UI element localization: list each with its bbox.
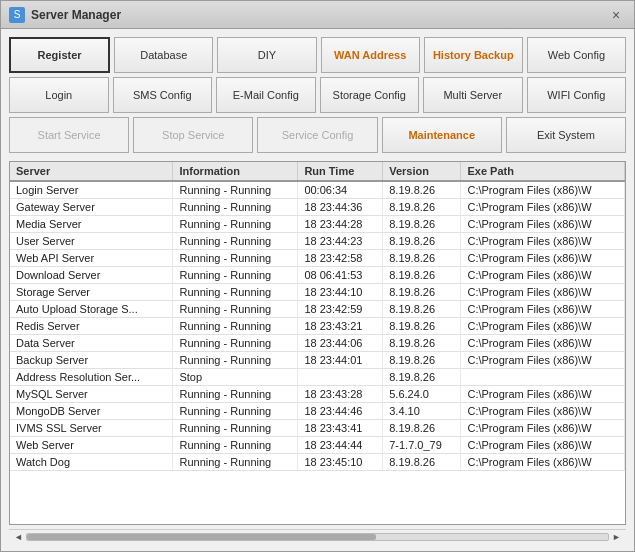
cell-server: Web Server	[10, 437, 173, 454]
table-row[interactable]: Backup ServerRunning - Running18 23:44:0…	[10, 352, 625, 369]
table-row[interactable]: Watch DogRunning - Running18 23:45:108.1…	[10, 454, 625, 471]
service-config-button[interactable]: Service Config	[257, 117, 377, 153]
cell-path: C:\Program Files (x86)\W	[461, 250, 625, 267]
sms-config-button[interactable]: SMS Config	[113, 77, 213, 113]
cell-runtime: 18 23:45:10	[298, 454, 383, 471]
cell-info: Running - Running	[173, 199, 298, 216]
column-header-run-time: Run Time	[298, 162, 383, 181]
table-row[interactable]: IVMS SSL ServerRunning - Running18 23:43…	[10, 420, 625, 437]
cell-info: Stop	[173, 369, 298, 386]
cell-server: Login Server	[10, 181, 173, 199]
cell-runtime: 08 06:41:53	[298, 267, 383, 284]
cell-version: 8.19.8.26	[383, 454, 461, 471]
cell-path: C:\Program Files (x86)\W	[461, 267, 625, 284]
scrollbar-track[interactable]	[26, 533, 609, 541]
column-header-information: Information	[173, 162, 298, 181]
history-backup-button[interactable]: History Backup	[424, 37, 523, 73]
storage-config-button[interactable]: Storage Config	[320, 77, 420, 113]
cell-server: Backup Server	[10, 352, 173, 369]
database-button[interactable]: Database	[114, 37, 213, 73]
cell-version: 8.19.8.26	[383, 420, 461, 437]
cell-info: Running - Running	[173, 352, 298, 369]
cell-version: 8.19.8.26	[383, 181, 461, 199]
window-title: Server Manager	[31, 8, 606, 22]
table-row[interactable]: Storage ServerRunning - Running18 23:44:…	[10, 284, 625, 301]
cell-version: 8.19.8.26	[383, 284, 461, 301]
table-row[interactable]: MySQL ServerRunning - Running18 23:43:28…	[10, 386, 625, 403]
cell-info: Running - Running	[173, 437, 298, 454]
cell-info: Running - Running	[173, 216, 298, 233]
cell-version: 3.4.10	[383, 403, 461, 420]
cell-runtime: 18 23:42:58	[298, 250, 383, 267]
email-config-button[interactable]: E-Mail Config	[216, 77, 316, 113]
scrollbar-thumb[interactable]	[27, 534, 376, 540]
cell-info: Running - Running	[173, 318, 298, 335]
cell-server: Address Resolution Ser...	[10, 369, 173, 386]
column-header-exe-path: Exe Path	[461, 162, 625, 181]
table-row[interactable]: Web ServerRunning - Running18 23:44:447-…	[10, 437, 625, 454]
cell-version: 8.19.8.26	[383, 301, 461, 318]
cell-path: C:\Program Files (x86)\W	[461, 199, 625, 216]
start-service-button[interactable]: Start Service	[9, 117, 129, 153]
cell-path: C:\Program Files (x86)\W	[461, 301, 625, 318]
cell-version: 8.19.8.26	[383, 335, 461, 352]
button-row-1: RegisterDatabaseDIYWAN AddressHistory Ba…	[9, 37, 626, 73]
cell-runtime: 18 23:44:23	[298, 233, 383, 250]
table-row[interactable]: Address Resolution Ser...Stop8.19.8.26	[10, 369, 625, 386]
horizontal-scrollbar[interactable]: ◄ ►	[9, 529, 626, 543]
scroll-right-arrow[interactable]: ►	[609, 532, 624, 542]
cell-info: Running - Running	[173, 233, 298, 250]
cell-info: Running - Running	[173, 386, 298, 403]
table-row[interactable]: Login ServerRunning - Running00:06:348.1…	[10, 181, 625, 199]
cell-info: Running - Running	[173, 335, 298, 352]
cell-version: 8.19.8.26	[383, 216, 461, 233]
cell-server: Redis Server	[10, 318, 173, 335]
cell-runtime: 00:06:34	[298, 181, 383, 199]
login-button[interactable]: Login	[9, 77, 109, 113]
cell-info: Running - Running	[173, 420, 298, 437]
cell-server: MongoDB Server	[10, 403, 173, 420]
table-row[interactable]: Download ServerRunning - Running08 06:41…	[10, 267, 625, 284]
stop-service-button[interactable]: Stop Service	[133, 117, 253, 153]
cell-info: Running - Running	[173, 250, 298, 267]
cell-version: 5.6.24.0	[383, 386, 461, 403]
server-manager-window: S Server Manager × RegisterDatabaseDIYWA…	[0, 0, 635, 552]
cell-path: C:\Program Files (x86)\W	[461, 420, 625, 437]
close-button[interactable]: ×	[606, 5, 626, 25]
table-row[interactable]: Data ServerRunning - Running18 23:44:068…	[10, 335, 625, 352]
window-icon: S	[9, 7, 25, 23]
cell-server: MySQL Server	[10, 386, 173, 403]
table-row[interactable]: MongoDB ServerRunning - Running18 23:44:…	[10, 403, 625, 420]
cell-path	[461, 369, 625, 386]
title-bar: S Server Manager ×	[1, 1, 634, 29]
maintenance-button[interactable]: Maintenance	[382, 117, 502, 153]
cell-path: C:\Program Files (x86)\W	[461, 454, 625, 471]
wan-address-button[interactable]: WAN Address	[321, 37, 420, 73]
diy-button[interactable]: DIY	[217, 37, 316, 73]
cell-version: 7-1.7.0_79	[383, 437, 461, 454]
multi-server-button[interactable]: Multi Server	[423, 77, 523, 113]
scroll-left-arrow[interactable]: ◄	[11, 532, 26, 542]
table-row[interactable]: Media ServerRunning - Running18 23:44:28…	[10, 216, 625, 233]
exit-system-button[interactable]: Exit System	[506, 117, 626, 153]
cell-version: 8.19.8.26	[383, 199, 461, 216]
cell-path: C:\Program Files (x86)\W	[461, 181, 625, 199]
register-button[interactable]: Register	[9, 37, 110, 73]
cell-server: Auto Upload Storage S...	[10, 301, 173, 318]
cell-path: C:\Program Files (x86)\W	[461, 437, 625, 454]
table-row[interactable]: Gateway ServerRunning - Running18 23:44:…	[10, 199, 625, 216]
cell-server: Gateway Server	[10, 199, 173, 216]
cell-path: C:\Program Files (x86)\W	[461, 233, 625, 250]
cell-path: C:\Program Files (x86)\W	[461, 318, 625, 335]
table-row[interactable]: Redis ServerRunning - Running18 23:43:21…	[10, 318, 625, 335]
wifi-config-button[interactable]: WIFI Config	[527, 77, 627, 113]
web-config-button[interactable]: Web Config	[527, 37, 626, 73]
cell-server: Data Server	[10, 335, 173, 352]
table-row[interactable]: Web API ServerRunning - Running18 23:42:…	[10, 250, 625, 267]
table-row[interactable]: Auto Upload Storage S...Running - Runnin…	[10, 301, 625, 318]
cell-runtime: 18 23:43:28	[298, 386, 383, 403]
server-table: ServerInformationRun TimeVersionExe Path…	[10, 162, 625, 471]
table-row[interactable]: User ServerRunning - Running18 23:44:238…	[10, 233, 625, 250]
button-row-2: LoginSMS ConfigE-Mail ConfigStorage Conf…	[9, 77, 626, 113]
cell-version: 8.19.8.26	[383, 318, 461, 335]
